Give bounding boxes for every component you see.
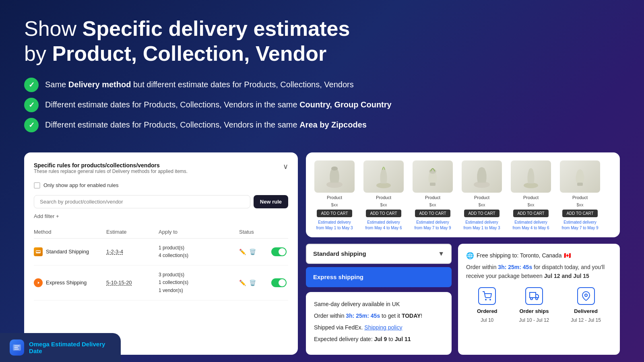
pin-icon [577,287,595,305]
express-shipping-option[interactable]: Express shipping [306,267,452,287]
estimated-delivery-5: Estimated deliveryfrom May 4 to May 6 [512,220,549,231]
bullet-item-2: ✓ Different estimate dates for Products,… [24,98,620,112]
bullet-item-3: ✓ Different estimate dates for Products,… [24,118,620,132]
left-card: Specific rules for products/collections/… [24,152,298,355]
edit-icon-express[interactable]: ✏️ [239,280,246,286]
order-info-text: Order within 3h: 25m: 45s for dispatch t… [466,263,612,281]
product-price: $xx [429,202,436,207]
express-apply: 3 product(s)1 collection(s)1 vendor(s) [159,271,239,294]
shipping-left-panel: Standard shipping ▼ Express shipping Sam… [306,244,452,355]
product-name: Product [572,195,588,200]
add-to-cart-button[interactable]: ADD TO CART [513,210,548,217]
estimated-delivery-4: Estimated deliveryfrom May 1 to May 3 [463,220,500,231]
product-image-6 [560,160,600,193]
card-subtitle: These rules replace general rules of Del… [34,169,188,174]
only-show-checkbox[interactable] [34,182,40,189]
countdown-timer: 3h: 25m: 45s [346,313,380,319]
only-show-row: Only show app for enabled rules [34,182,288,189]
ships-date: Jul 10 - Jul 12 [519,317,549,323]
chevron-down-icon: ▼ [438,250,444,257]
app-name: Omega Estimated Delivery Date [29,341,111,354]
svg-rect-1 [36,251,40,252]
delivery-steps: Ordered Jul 10 Order ships Jul 10 - Jul … [466,287,612,323]
col-actions [271,229,295,235]
add-to-cart-button[interactable]: ADD TO CART [317,210,352,217]
svg-point-8 [429,169,436,174]
check-icon-2: ✓ [24,98,39,112]
express-toggle[interactable] [271,278,287,287]
only-show-label: Only show app for enabled rules [43,182,118,188]
add-to-cart-button[interactable]: ADD TO CART [366,210,401,217]
list-item: Product $xx ADD TO CART Estimated delive… [460,160,504,231]
delete-icon-express[interactable]: 🗑️ [249,280,256,286]
svg-point-13 [490,299,491,300]
app-bar: Omega Estimated Delivery Date [0,333,121,362]
delivery-line-4: Expected delivery date: Jul 9 to Jul 11 [314,335,444,343]
step-delivered: Delivered Jul 12 - Jul 15 [571,287,601,323]
estimated-delivery-6: Estimated deliveryfrom May 7 to May 9 [561,220,598,231]
list-item: Product $xx ADD TO CART Estimated delive… [558,160,602,231]
svg-point-18 [585,294,587,296]
table-header: Method Estimate Apply to Status [34,226,288,239]
standard-shipping-icon [34,247,43,256]
estimated-delivery-3: Estimated deliveryfrom May 7 to May 9 [414,220,451,231]
product-image-5 [511,160,551,193]
standard-estimate: 1-2-3-4 [106,249,159,255]
list-item: Product $xx ADD TO CART Estimated delive… [361,160,406,231]
express-shipping-icon [34,278,43,287]
estimated-delivery-1: Estimated deliveryfrom May 1 to May 3 [316,220,353,231]
standard-shipping-name: Standard Shipping [46,249,89,255]
ordered-label: Ordered [477,308,497,314]
table-row: Standard Shipping 1-2-3-4 1 product(s)4 … [34,239,288,265]
col-method: Method [34,229,106,235]
ships-label: Order ships [519,308,549,314]
list-item: Product $xx ADD TO CART Estimated delive… [312,160,357,231]
add-filter[interactable]: Add filter + [34,213,288,219]
search-input[interactable] [34,195,250,208]
svg-point-5 [331,167,338,171]
col-estimate: Estimate [106,229,159,235]
new-rule-button[interactable]: New rule [254,195,288,208]
svg-point-12 [485,299,486,300]
product-name: Product [327,195,342,200]
card-title: Specific rules for products/collections/… [34,162,188,169]
collapse-icon[interactable]: ∨ [283,162,288,171]
shipping-policy-link[interactable]: Shipping policy [364,324,402,331]
product-image-1 [314,160,355,193]
delete-icon-standard[interactable]: 🗑️ [249,249,256,255]
add-to-cart-button[interactable]: ADD TO CART [415,210,450,217]
shipping-options-row: Standard shipping ▼ Express shipping Sam… [306,244,620,355]
estimated-delivery-2: Estimated deliveryfrom May 4 to May 6 [365,220,402,231]
shipping-right-panel: 🌐 Free shipping to: Toronto, Canada 🇨🇦 O… [458,244,620,355]
product-price: $xx [380,202,387,207]
add-to-cart-button[interactable]: ADD TO CART [464,210,499,217]
check-icon-3: ✓ [24,118,39,132]
express-shipping-name: Express Shipping [46,280,87,286]
check-icon-1: ✓ [24,78,39,92]
svg-rect-14 [530,292,536,298]
delivery-info-box: Same-day delivery available in UK Order … [306,292,452,355]
col-status: Status [239,229,271,235]
step-ordered: Ordered Jul 10 [477,287,497,323]
standard-toggle[interactable] [271,247,287,256]
table-row: Express Shipping 5-10-15-20 3 product(s)… [34,265,288,300]
card-header: Specific rules for products/collections/… [34,162,288,181]
col-apply: Apply to [159,229,239,235]
main-title: Show Specific delivery estimatesby Produ… [24,16,620,66]
delivery-line-1: Same-day delivery available in UK [314,300,444,309]
method-cell-express: Express Shipping [34,278,106,287]
product-name: Product [474,195,489,200]
right-card: Product $xx ADD TO CART Estimated delive… [306,152,620,355]
add-to-cart-button[interactable]: ADD TO CART [562,210,597,217]
edit-icon-standard[interactable]: ✏️ [239,249,246,255]
method-cell-standard: Standard Shipping [34,247,106,256]
delivered-date: Jul 12 - Jul 15 [571,317,601,323]
svg-rect-11 [577,183,583,186]
canada-flag-icon: 🇨🇦 [564,252,571,259]
products-card: Product $xx ADD TO CART Estimated delive… [306,152,620,237]
product-price: $xx [576,202,583,207]
standard-apply: 1 product(s)4 collection(s) [159,244,239,259]
bullet-list: ✓ Same Delivery method but different est… [24,78,620,132]
standard-shipping-option[interactable]: Standard shipping ▼ [306,244,452,264]
standard-actions: ✏️ 🗑️ [239,249,271,255]
